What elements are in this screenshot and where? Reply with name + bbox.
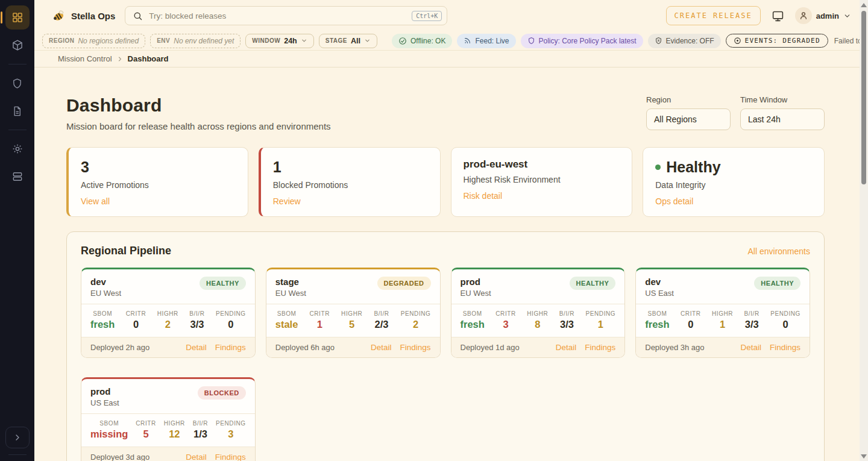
deployed-timestamp: Deployed 2h ago <box>90 343 149 352</box>
page-title: Dashboard <box>66 95 331 116</box>
all-environments-link[interactable]: All environments <box>748 246 811 256</box>
metric-label: SBOM <box>461 310 485 317</box>
shortcut-badge: Ctrl+K <box>412 11 442 21</box>
environment-region: EU West <box>90 289 121 298</box>
detail-link[interactable]: Detail <box>186 453 207 461</box>
package-icon <box>11 39 24 51</box>
metric-label: HIGHR <box>712 310 733 317</box>
findings-link[interactable]: Findings <box>585 343 615 352</box>
pipeline-card: dev EU West HEALTHY SBOMfreshCRITR0HIGHR… <box>81 268 256 358</box>
metric-label: CRITR <box>136 420 156 427</box>
metrics-row: SBOMfreshCRITR0HIGHR2B/I/R3/3PENDING0 <box>81 304 255 337</box>
search-box[interactable]: Ctrl+K <box>125 6 447 25</box>
time-window-select[interactable]: Last 24h <box>740 108 825 130</box>
app-root: Stella Ops Ctrl+K CREATE RELEASE admin <box>0 0 868 461</box>
dashboard-content: Dashboard Mission board for release heal… <box>34 67 860 461</box>
sidebar-item-releases[interactable] <box>5 33 30 57</box>
region-select[interactable]: All Regions <box>646 108 731 130</box>
detail-link[interactable]: Detail <box>740 343 761 352</box>
dashboard-grid-icon <box>11 11 24 24</box>
stage-dropdown[interactable]: STAGE All <box>319 34 377 48</box>
detail-link[interactable]: Detail <box>556 343 577 352</box>
metric-value: fresh <box>90 319 115 330</box>
detail-link[interactable]: Detail <box>186 343 207 352</box>
metric-label: SBOM <box>90 310 115 317</box>
stat-card: 3 Active Promotions View all <box>66 147 248 217</box>
metric-pending: PENDING3 <box>216 420 246 440</box>
metric-label: CRITR <box>495 310 516 317</box>
sidebar-item-documents[interactable] <box>5 99 30 123</box>
metric-value: 12 <box>164 428 185 440</box>
metric-label: PENDING <box>585 310 615 317</box>
risk-detail-link[interactable]: Risk detail <box>464 191 503 201</box>
sidebar-divider <box>8 454 27 455</box>
region-context-value: No regions defined <box>78 37 139 45</box>
view-all-link[interactable]: View all <box>81 196 110 206</box>
sidebar-item-dashboard[interactable] <box>5 5 30 30</box>
chevron-right-icon <box>116 55 124 63</box>
health-dot-icon <box>655 165 661 170</box>
metric-value: fresh <box>461 319 485 330</box>
create-release-button[interactable]: CREATE RELEASE <box>666 6 761 25</box>
evidence-chip[interactable]: Evidence: OFF <box>648 34 721 48</box>
metric-value: 1 <box>712 319 733 330</box>
sidebar-expand-button[interactable] <box>5 427 30 448</box>
metric-b-i-r: B/I/R2/3 <box>374 310 389 330</box>
sidebar-item-infrastructure[interactable] <box>5 165 30 189</box>
deployed-timestamp: Deployed 6h ago <box>275 343 335 352</box>
region-context-pill[interactable]: REGION No regions defined <box>42 34 145 48</box>
review-link[interactable]: Review <box>273 196 301 206</box>
chevron-down-icon <box>364 37 371 44</box>
metric-highr: HIGHR5 <box>341 310 362 330</box>
status-badge: HEALTHY <box>200 277 246 290</box>
search-icon <box>133 11 143 21</box>
metric-pending: PENDING0 <box>770 310 800 330</box>
window-value: 24h <box>284 37 297 45</box>
monitor-button[interactable] <box>772 10 784 22</box>
metric-value: 3/3 <box>559 319 574 330</box>
brand-title: Stella Ops <box>71 11 115 21</box>
time-window-select-value: Last 24h <box>748 114 781 124</box>
environment-name: dev <box>90 277 121 287</box>
scrollbar-down-arrow[interactable] <box>861 454 867 459</box>
window-dropdown[interactable]: WINDOW 24h <box>245 34 313 48</box>
bee-logo-icon <box>51 8 66 23</box>
scrollbar-up-arrow[interactable] <box>861 3 867 7</box>
circle-dot-icon <box>734 37 741 45</box>
environment-region: US East <box>90 398 119 407</box>
offline-status-chip[interactable]: Offline: OK <box>392 34 452 48</box>
metric-b-i-r: B/I/R3/3 <box>189 310 204 330</box>
status-badge: DEGRADED <box>377 277 431 290</box>
scrollbar-thumb[interactable] <box>861 11 866 184</box>
feed-status-chip[interactable]: Feed: Live <box>457 34 515 48</box>
chevron-down-icon <box>843 12 851 20</box>
metric-value: 5 <box>341 319 362 330</box>
environment-name: stage <box>275 277 306 287</box>
breadcrumb-mission-control[interactable]: Mission Control <box>58 54 112 63</box>
metrics-row: SBOMstaleCRITR1HIGHR5B/I/R2/3PENDING2 <box>266 304 440 337</box>
shield-icon <box>11 78 23 89</box>
offline-status-text: Offline: OK <box>410 37 445 45</box>
policy-chip[interactable]: Policy: Core Policy Pack latest <box>521 34 643 48</box>
stat-label: Data Integrity <box>655 180 812 190</box>
user-menu[interactable]: admin <box>795 7 851 24</box>
sidebar-item-security[interactable] <box>5 71 30 95</box>
evidence-text: Evidence: OFF <box>666 37 714 45</box>
search-input[interactable] <box>149 11 412 20</box>
page-scrollbar[interactable] <box>860 0 868 461</box>
findings-link[interactable]: Findings <box>215 343 246 352</box>
chevron-down-icon <box>301 37 307 44</box>
findings-link[interactable]: Findings <box>400 343 430 352</box>
breadcrumb: Mission Control Dashboard <box>34 51 860 67</box>
sidebar-item-settings[interactable] <box>5 137 30 161</box>
events-status-pill[interactable]: EVENTS: DEGRADED <box>726 34 828 48</box>
metric-label: CRITR <box>681 310 701 317</box>
env-context-pill[interactable]: ENV No env defined yet <box>150 34 241 48</box>
ops-detail-link[interactable]: Ops detail <box>655 196 693 206</box>
metric-sbom: SBOMmissing <box>90 420 128 440</box>
env-context-value: No env defined yet <box>174 37 234 45</box>
findings-link[interactable]: Findings <box>770 343 800 352</box>
findings-link[interactable]: Findings <box>215 453 246 461</box>
detail-link[interactable]: Detail <box>371 343 392 352</box>
stat-value: 1 <box>273 158 428 176</box>
